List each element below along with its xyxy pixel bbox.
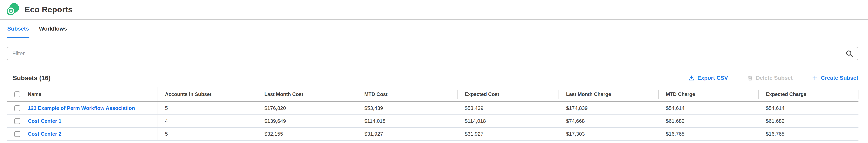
row-checkbox[interactable] bbox=[14, 118, 20, 124]
trash-icon bbox=[747, 75, 753, 81]
cell-name: Cost Center 1 bbox=[7, 115, 157, 127]
column-header-accounts: Accounts in Subset bbox=[157, 87, 257, 101]
column-header-last-month-cost: Last Month Cost bbox=[257, 87, 357, 101]
table-row: Cost Center 1 4 $139,649 $114,018 $114,0… bbox=[7, 115, 859, 128]
cell-last-month-cost: $176,820 bbox=[257, 102, 357, 114]
cell-accounts: 5 bbox=[157, 128, 257, 140]
action-buttons: Export CSV Delete Subset Create Subset bbox=[688, 75, 859, 81]
column-header-expected-charge: Expected Charge bbox=[758, 87, 859, 101]
cell-expected-charge: $16,765 bbox=[758, 128, 859, 140]
row-checkbox[interactable] bbox=[14, 131, 20, 137]
list-header: Subsets (16) Export CSV Delete Subset Cr… bbox=[7, 73, 858, 83]
cell-mtd-charge: $16,765 bbox=[658, 128, 758, 140]
header-name: Name bbox=[7, 87, 157, 101]
tab-subsets[interactable]: Subsets bbox=[7, 20, 29, 38]
table-row: 123 Example of Perm Workflow Association… bbox=[7, 102, 859, 115]
select-all-checkbox[interactable] bbox=[14, 92, 20, 97]
cell-last-month-charge: $174,839 bbox=[559, 102, 658, 114]
table-header-row: Name Accounts in Subset Last Month Cost … bbox=[7, 87, 859, 102]
column-header-name: Name bbox=[28, 92, 41, 97]
cell-mtd-cost: $53,439 bbox=[357, 102, 457, 114]
cell-expected-charge: $54,614 bbox=[758, 102, 859, 114]
cell-mtd-charge: $61,682 bbox=[658, 115, 758, 127]
plus-icon bbox=[812, 75, 818, 81]
download-icon bbox=[688, 75, 695, 81]
cell-expected-charge: $61,682 bbox=[758, 115, 859, 127]
subset-name-link[interactable]: Cost Center 2 bbox=[28, 131, 61, 137]
cell-expected-cost: $114,018 bbox=[457, 115, 559, 127]
cell-mtd-charge: $54,614 bbox=[658, 102, 758, 114]
page-title: Eco Reports bbox=[25, 5, 72, 14]
cell-mtd-cost: $31,927 bbox=[357, 128, 457, 140]
subsets-table: Name Accounts in Subset Last Month Cost … bbox=[7, 87, 859, 141]
filter-input[interactable] bbox=[7, 47, 858, 60]
table-row: Cost Center 2 5 $32,155 $31,927 $31,927 … bbox=[7, 128, 859, 141]
column-header-mtd-cost: MTD Cost bbox=[357, 87, 457, 101]
cell-last-month-cost: $139,649 bbox=[257, 115, 357, 127]
column-header-expected-cost: Expected Cost bbox=[457, 87, 559, 101]
eco-logo-icon bbox=[7, 3, 20, 16]
export-csv-label: Export CSV bbox=[698, 75, 728, 81]
filter-bar bbox=[7, 47, 858, 60]
cell-accounts: 5 bbox=[157, 102, 257, 114]
row-checkbox[interactable] bbox=[14, 105, 20, 111]
cell-expected-cost: $53,439 bbox=[457, 102, 559, 114]
delete-subset-label: Delete Subset bbox=[756, 75, 793, 81]
create-subset-button[interactable]: Create Subset bbox=[812, 75, 858, 81]
subset-name-link[interactable]: Cost Center 1 bbox=[28, 118, 61, 124]
cell-expected-cost: $31,927 bbox=[457, 128, 559, 140]
cell-name: Cost Center 2 bbox=[7, 128, 157, 140]
app-header: Eco Reports bbox=[0, 0, 868, 20]
subset-name-link[interactable]: 123 Example of Perm Workflow Association bbox=[28, 105, 135, 111]
cell-accounts: 4 bbox=[157, 115, 257, 127]
cell-name: 123 Example of Perm Workflow Association bbox=[7, 102, 157, 114]
subsets-count-title: Subsets (16) bbox=[13, 74, 51, 82]
cell-last-month-cost: $32,155 bbox=[257, 128, 357, 140]
export-csv-button[interactable]: Export CSV bbox=[688, 75, 728, 81]
tab-workflows[interactable]: Workflows bbox=[36, 20, 70, 38]
search-icon[interactable] bbox=[845, 49, 854, 58]
tab-bar: Subsets Workflows bbox=[0, 20, 868, 38]
cell-last-month-charge: $74,668 bbox=[559, 115, 658, 127]
cell-last-month-charge: $17,303 bbox=[559, 128, 658, 140]
column-header-last-month-charge: Last Month Charge bbox=[559, 87, 658, 101]
delete-subset-button[interactable]: Delete Subset bbox=[747, 75, 793, 81]
create-subset-label: Create Subset bbox=[821, 75, 858, 81]
column-header-mtd-charge: MTD Charge bbox=[658, 87, 758, 101]
cell-mtd-cost: $114,018 bbox=[357, 115, 457, 127]
